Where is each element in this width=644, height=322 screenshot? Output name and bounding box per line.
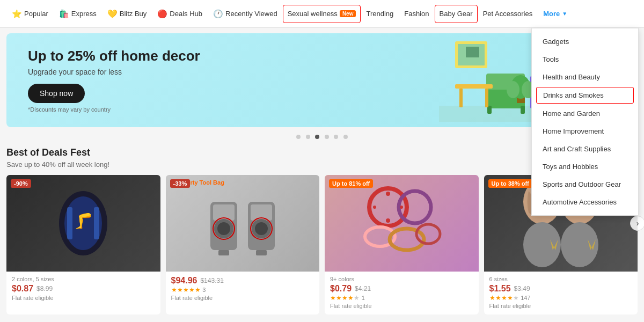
product-image-vacuum: -33% Dirty Tool Bag bbox=[166, 175, 320, 272]
svg-point-51 bbox=[386, 218, 390, 223]
nav-label-popular: Popular bbox=[24, 10, 48, 18]
dropdown-item-art-craft[interactable]: Art and Craft Supplies bbox=[532, 140, 638, 158]
svg-point-53 bbox=[373, 206, 376, 209]
svg-rect-32 bbox=[94, 207, 99, 239]
flat-rate-knee: Flat rate eligible bbox=[12, 295, 155, 301]
dropdown-item-automotive[interactable]: Automotive Accessories bbox=[532, 193, 638, 211]
nav-item-recently-viewed[interactable]: 🕐 Recently Viewed bbox=[208, 0, 283, 28]
svg-rect-31 bbox=[67, 207, 72, 239]
nav-label-baby: Baby Gear bbox=[440, 10, 473, 18]
svg-point-40 bbox=[255, 222, 268, 235]
dot-2[interactable] bbox=[306, 135, 310, 139]
price-row-knee: $0.87 $8.99 bbox=[12, 284, 155, 294]
dropdown-item-home-improvement[interactable]: Home Improvement bbox=[532, 122, 638, 140]
nav-item-popular[interactable]: ⭐ Popular bbox=[6, 0, 54, 28]
stars-bracelets: ★★★★★ 1 bbox=[330, 294, 473, 302]
product-info-vacuum: $94.96 $143.31 ★★★★★ 3 Flat rate eligibl… bbox=[166, 272, 320, 301]
nav-label-blitz: Blitz Buy bbox=[120, 10, 147, 18]
price-row-vacuum: $94.96 $143.31 bbox=[171, 276, 314, 286]
price-row-earrings: $1.55 $3.49 bbox=[489, 284, 633, 294]
dot-1[interactable] bbox=[296, 135, 301, 139]
tool-bag-label: Dirty Tool Bag bbox=[185, 179, 224, 186]
price-original-earrings: $3.49 bbox=[514, 285, 530, 292]
svg-rect-41 bbox=[218, 250, 229, 255]
dot-4[interactable] bbox=[325, 135, 329, 139]
nav-item-trending[interactable]: Trending bbox=[361, 0, 399, 28]
nav-label-express: Express bbox=[71, 10, 97, 18]
price-current-bracelets: $0.79 bbox=[330, 284, 352, 294]
nav-label-trending: Trending bbox=[366, 10, 393, 18]
nav-label-sexual: Sexual wellness bbox=[288, 10, 338, 18]
svg-point-50 bbox=[386, 192, 390, 196]
nav-item-fashion[interactable]: Fashion bbox=[399, 0, 434, 28]
product-info-earrings: 6 sizes $1.55 $3.49 ★★★★★ 147 Flat rate … bbox=[484, 272, 638, 309]
dropdown-item-sports-outdoor[interactable]: Sports and Outdoor Gear bbox=[532, 175, 638, 193]
product-card-vacuum[interactable]: -33% Dirty Tool Bag bbox=[166, 175, 320, 314]
svg-rect-20 bbox=[485, 89, 488, 107]
shop-now-button[interactable]: Shop now bbox=[28, 84, 85, 103]
nav-label-pet: Pet Accessories bbox=[483, 10, 533, 18]
nav-item-blitz-buy[interactable]: 💛 Blitz Buy bbox=[102, 0, 152, 28]
discount-badge-earrings: Up to 38% off bbox=[488, 179, 532, 188]
svg-point-46 bbox=[399, 191, 431, 223]
svg-rect-18 bbox=[455, 84, 493, 89]
svg-rect-42 bbox=[256, 250, 267, 255]
product-meta-bracelets: 9+ colors bbox=[330, 276, 473, 282]
nav-item-express[interactable]: 🛍️ Express bbox=[54, 0, 102, 28]
chevron-down-icon: ▼ bbox=[562, 11, 567, 17]
nav-label-recently: Recently Viewed bbox=[225, 10, 277, 18]
svg-rect-19 bbox=[459, 89, 463, 107]
svg-point-56 bbox=[523, 222, 561, 267]
price-row-bracelets: $0.79 $4.21 bbox=[330, 284, 473, 294]
nav-item-sexual-wellness[interactable]: Sexual wellness New bbox=[283, 5, 361, 23]
more-dropdown: Gadgets Tools Health and Beauty Drinks a… bbox=[531, 28, 639, 216]
discount-badge-bracelets: Up to 81% off bbox=[329, 179, 373, 188]
discount-badge-vacuum: -33% bbox=[170, 179, 191, 188]
svg-point-39 bbox=[217, 222, 230, 235]
stars-earrings: ★★★★★ 147 bbox=[489, 294, 633, 302]
dropdown-item-tools[interactable]: Tools bbox=[532, 50, 638, 68]
product-image-knee: -90% 🦵 bbox=[6, 175, 160, 272]
product-meta-earrings: 6 sizes bbox=[489, 276, 633, 282]
dot-3[interactable] bbox=[315, 135, 319, 139]
nav-item-baby-gear[interactable]: Baby Gear bbox=[435, 5, 478, 23]
new-badge: New bbox=[340, 10, 356, 17]
flat-rate-earrings: Flat rate eligible bbox=[489, 303, 633, 309]
svg-point-26 bbox=[507, 81, 519, 98]
product-card-bracelets[interactable]: Up to 81% off 9+ colors bbox=[325, 175, 479, 314]
star-icon: ⭐ bbox=[12, 9, 22, 19]
nav-label-deals: Deals Hub bbox=[170, 10, 202, 18]
product-image-bracelets: Up to 81% off bbox=[325, 175, 479, 272]
clock-icon: 🕐 bbox=[213, 9, 223, 19]
price-current-earrings: $1.55 bbox=[489, 284, 511, 294]
product-info-knee: 2 colors, 5 sizes $0.87 $8.99 Flat rate … bbox=[6, 272, 160, 301]
dropdown-item-drinks-smokes[interactable]: Drinks and Smokes bbox=[536, 87, 634, 104]
nav-bar: ⭐ Popular 🛍️ Express 💛 Blitz Buy 🔴 Deals… bbox=[0, 0, 644, 28]
dropdown-item-toys-hobbies[interactable]: Toys and Hobbies bbox=[532, 158, 638, 175]
svg-point-57 bbox=[561, 222, 598, 267]
blitz-icon: 💛 bbox=[107, 9, 118, 19]
dropdown-item-home-garden[interactable]: Home and Garden bbox=[532, 105, 638, 122]
price-original-knee: $8.99 bbox=[36, 285, 53, 292]
nav-item-deals-hub[interactable]: 🔴 Deals Hub bbox=[152, 0, 208, 28]
product-card-knee-brace[interactable]: -90% 🦵 2 colors, 5 sizes $0.87 $8.99 bbox=[6, 175, 160, 314]
nav-item-more[interactable]: More ▼ bbox=[538, 0, 573, 28]
svg-rect-17 bbox=[521, 106, 525, 114]
nav-item-pet-accessories[interactable]: Pet Accessories bbox=[478, 0, 538, 28]
deals-icon: 🔴 bbox=[157, 9, 167, 19]
price-current-knee: $0.87 bbox=[12, 284, 33, 294]
dropdown-item-gadgets[interactable]: Gadgets bbox=[532, 33, 638, 50]
carousel-next-arrow[interactable]: › bbox=[630, 216, 644, 231]
dot-5[interactable] bbox=[334, 135, 338, 139]
nav-label-fashion: Fashion bbox=[404, 10, 429, 18]
price-current-vacuum: $94.96 bbox=[171, 276, 197, 286]
price-original-bracelets: $4.21 bbox=[355, 285, 371, 292]
flat-rate-bracelets: Flat rate eligible bbox=[330, 303, 473, 309]
svg-text:🦵: 🦵 bbox=[74, 212, 93, 230]
dot-6[interactable] bbox=[343, 135, 348, 139]
stars-vacuum: ★★★★★ 3 bbox=[171, 286, 314, 294]
flat-rate-vacuum: Flat rate eligible bbox=[171, 295, 314, 301]
svg-point-52 bbox=[400, 206, 403, 209]
discount-badge-knee: -90% bbox=[11, 179, 31, 188]
dropdown-item-health-beauty[interactable]: Health and Beauty bbox=[532, 68, 638, 86]
